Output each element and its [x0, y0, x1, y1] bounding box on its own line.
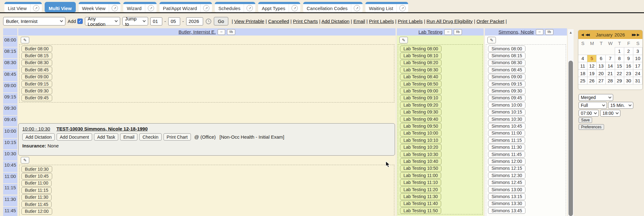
- slot-button[interactable]: Lab Testing 09:40: [400, 116, 441, 122]
- toolbar-link[interactable]: Cancelled: [268, 19, 289, 24]
- edit-icon[interactable]: ✎: [21, 37, 29, 43]
- slot-button[interactable]: Lab Testing 11:30: [400, 193, 441, 200]
- end-time-select[interactable]: 18:00: [600, 110, 620, 117]
- interval-select[interactable]: 15 Min.: [608, 102, 633, 109]
- toolbar-link[interactable]: Order Packet: [476, 19, 504, 24]
- calendar-next-icon[interactable]: ▶: [637, 33, 640, 37]
- save-button[interactable]: Save: [579, 117, 592, 123]
- toolbar-link[interactable]: Print Labels: [369, 19, 394, 24]
- slot-button[interactable]: Lab Testing 08:20: [400, 60, 441, 66]
- tab-wizard[interactable]: Wizard ↗: [123, 2, 157, 12]
- slot-button[interactable]: Lab Testing 11:00: [400, 172, 441, 179]
- print-chart-button[interactable]: Print Chart: [164, 133, 191, 141]
- scrollbar-thumb[interactable]: [569, 61, 573, 216]
- slot-button[interactable]: Simmons 10:30: [488, 116, 525, 122]
- slot-button[interactable]: Butler 11:15: [21, 187, 52, 193]
- slot-button[interactable]: Simmons 12:45: [488, 179, 525, 186]
- calendar-day[interactable]: 26: [587, 77, 597, 85]
- slot-button[interactable]: Simmons 08:45: [488, 67, 525, 73]
- slot-button[interactable]: Lab Testing 09:10: [400, 95, 441, 101]
- toolbar-link[interactable]: Run All Drug Eligibility: [426, 19, 473, 24]
- slot-button[interactable]: Lab Testing 11:20: [400, 186, 441, 193]
- slot-button[interactable]: Simmons 09:45: [488, 95, 525, 101]
- calendar-day[interactable]: 14: [605, 62, 615, 70]
- lab-header-link[interactable]: Lab Testing: [419, 29, 442, 35]
- slot-button[interactable]: Simmons 11:45: [488, 151, 525, 158]
- slot-button[interactable]: Butler 11:45: [21, 201, 52, 208]
- slot-button[interactable]: Simmons 11:00: [488, 130, 525, 136]
- calendar-next-fast-icon[interactable]: ▶▶: [632, 33, 636, 37]
- slot-button[interactable]: Lab Testing 10:40: [400, 158, 441, 164]
- slot-button[interactable]: Lab Testing 10:20: [400, 144, 441, 150]
- add-dictation-button[interactable]: Add Dictation: [22, 133, 55, 141]
- minimize-column-button[interactable]: –: [536, 29, 543, 35]
- clock-icon[interactable]: [205, 18, 212, 25]
- slot-button[interactable]: Butler 08:30: [21, 60, 52, 66]
- calendar-day[interactable]: [578, 47, 587, 55]
- calendar-day[interactable]: 24: [633, 69, 642, 77]
- date-day-input[interactable]: [168, 17, 180, 25]
- size-mode-select[interactable]: Full: [579, 102, 607, 109]
- slot-button[interactable]: Simmons 09:15: [488, 81, 525, 87]
- calendar-day[interactable]: [596, 47, 606, 55]
- appointment-patient-link[interactable]: TEST-10030 Simmons, Nicole 12-18-1990: [56, 126, 147, 131]
- tab-multi-view[interactable]: Multi View: [45, 2, 76, 12]
- simmons-header-link[interactable]: Simmons, Nicole: [498, 29, 534, 35]
- calendar-prev-icon[interactable]: ◀: [581, 33, 584, 37]
- minimize-column-button[interactable]: –: [218, 29, 225, 35]
- calendar-day[interactable]: 10: [633, 55, 642, 63]
- slot-button[interactable]: Butler 08:00: [21, 46, 52, 52]
- slot-button[interactable]: Lab Testing 11:50: [400, 208, 441, 214]
- slot-button[interactable]: Butler 09:00: [21, 74, 52, 80]
- tab-appt-types[interactable]: Appt Types ↗: [258, 2, 300, 12]
- edit-icon[interactable]: ✎: [487, 37, 496, 43]
- start-time-select[interactable]: 07:00: [579, 110, 599, 117]
- toolbar-link[interactable]: Email: [353, 19, 365, 24]
- tab-week-view[interactable]: Week View ↗: [79, 2, 120, 12]
- slot-button[interactable]: Simmons 08:15: [488, 53, 525, 59]
- calendar-prev-fast-icon[interactable]: ◀◀: [585, 33, 589, 37]
- butler-header-link[interactable]: Butler, Internist E.: [179, 29, 216, 35]
- slot-button[interactable]: Lab Testing 10:30: [400, 151, 441, 158]
- slot-button[interactable]: Butler 11:30: [21, 194, 52, 201]
- popout-icon[interactable]: ↗: [247, 5, 253, 11]
- calendar-day[interactable]: 7: [605, 55, 615, 63]
- add-document-button[interactable]: Add Document: [57, 133, 92, 141]
- toolbar-link[interactable]: Print Charts: [293, 19, 318, 24]
- popout-icon[interactable]: ↗: [148, 5, 154, 11]
- calendar-day[interactable]: 15: [615, 62, 624, 70]
- date-year-input[interactable]: [186, 17, 203, 25]
- popout-icon[interactable]: ↗: [291, 5, 298, 11]
- calendar-day[interactable]: [605, 47, 615, 55]
- location-select[interactable]: Any Location: [85, 17, 120, 25]
- calendar-day[interactable]: 20: [596, 69, 606, 77]
- calendar-day[interactable]: [587, 47, 597, 55]
- slot-button[interactable]: Simmons 08:00: [488, 46, 525, 52]
- popout-icon[interactable]: ↗: [354, 5, 360, 11]
- calendar-day[interactable]: 27: [596, 77, 606, 85]
- popout-icon[interactable]: ↗: [33, 5, 39, 11]
- calendar-day[interactable]: 28: [605, 77, 615, 85]
- slot-button[interactable]: Butler 09:45: [21, 95, 52, 101]
- slot-button[interactable]: Butler 08:45: [21, 67, 52, 73]
- slot-button[interactable]: Simmons 13:00: [488, 186, 525, 193]
- slot-button[interactable]: Lab Testing 08:00: [400, 46, 441, 52]
- tab-cancellation-codes[interactable]: Cancellation Codes ↗: [303, 2, 363, 12]
- calendar-day[interactable]: 25: [578, 77, 587, 85]
- slot-button[interactable]: Lab Testing 11:10: [400, 179, 441, 186]
- slot-button[interactable]: Simmons 09:00: [488, 74, 525, 80]
- slot-button[interactable]: Simmons 13:45: [488, 208, 525, 214]
- slot-button[interactable]: Butler 09:15: [21, 81, 52, 87]
- calendar-day[interactable]: 3: [633, 47, 642, 55]
- calendar-day[interactable]: 18: [578, 69, 587, 77]
- calendar-day[interactable]: 6: [596, 55, 606, 63]
- slot-button[interactable]: Lab Testing 09:20: [400, 102, 441, 108]
- calendar-day[interactable]: 9: [624, 55, 633, 63]
- calendar-day[interactable]: 30: [624, 77, 633, 85]
- slot-button[interactable]: Lab Testing 10:10: [400, 137, 441, 143]
- add-checkbox[interactable]: ✓: [77, 19, 83, 24]
- slot-button[interactable]: Lab Testing 09:50: [400, 123, 441, 129]
- preferences-button[interactable]: Preferences: [579, 124, 604, 130]
- calendar-day[interactable]: 11: [578, 62, 587, 70]
- slot-button[interactable]: Lab Testing 08:30: [400, 67, 441, 73]
